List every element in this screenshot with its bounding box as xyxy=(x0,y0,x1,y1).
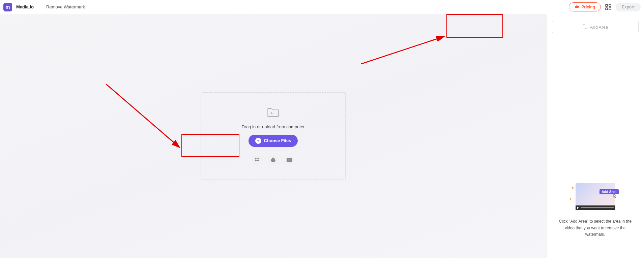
svg-rect-5 xyxy=(583,25,587,29)
svg-rect-1 xyxy=(609,4,611,6)
add-area-label: Add Area xyxy=(590,25,608,30)
main-area: Drag in or upload from computer + Choose… xyxy=(0,14,644,258)
selection-icon xyxy=(583,24,587,30)
choose-files-button[interactable]: + Choose Files xyxy=(248,135,298,147)
export-button[interactable]: Export xyxy=(616,3,641,11)
cloud-sources xyxy=(252,155,294,165)
pricing-button[interactable]: Pricing xyxy=(569,2,601,11)
svg-rect-3 xyxy=(609,8,611,10)
choose-files-label: Choose Files xyxy=(264,138,291,143)
dropbox-icon[interactable] xyxy=(252,155,262,165)
sparkle-icon: ✦ xyxy=(569,197,572,201)
brand-text: Media.io xyxy=(16,4,34,9)
sidebar-hint: Click "Add Area" to select the area in t… xyxy=(552,218,639,238)
sparkle-icon: ✦ xyxy=(571,185,575,191)
header-right: Pricing Export xyxy=(569,2,641,11)
preview-progress-bar xyxy=(576,205,615,210)
tool-name: Remove Watermark xyxy=(46,4,85,9)
header-left: m Media.io Remove Watermark xyxy=(3,3,85,11)
play-icon xyxy=(577,206,579,209)
cursor-icon xyxy=(612,193,617,200)
spacer xyxy=(552,33,639,183)
folder-upload-icon xyxy=(267,107,279,119)
separator xyxy=(40,3,40,11)
progress-line xyxy=(581,207,614,208)
google-drive-icon[interactable] xyxy=(268,155,278,165)
svg-rect-0 xyxy=(606,4,608,6)
pricing-label: Pricing xyxy=(581,5,595,9)
crown-icon xyxy=(575,4,579,9)
plus-icon: + xyxy=(255,138,261,144)
header: m Media.io Remove Watermark Pricing Expo… xyxy=(0,0,644,14)
youtube-icon[interactable] xyxy=(284,155,294,165)
svg-rect-2 xyxy=(606,8,608,10)
add-area-button[interactable]: Add Area xyxy=(552,21,639,33)
logo[interactable]: m xyxy=(3,3,12,11)
preview-block: ✦ ✦ Add Area Click "Add Area" to select … xyxy=(552,183,639,238)
preview-illustration: ✦ ✦ Add Area xyxy=(576,183,615,210)
apps-icon[interactable] xyxy=(605,4,612,10)
sidebar: Add Area ✦ ✦ Add Area Click "Add Area" t… xyxy=(546,14,644,258)
upload-dropzone[interactable]: Drag in or upload from computer + Choose… xyxy=(201,92,346,180)
canvas: Drag in or upload from computer + Choose… xyxy=(0,14,546,258)
upload-hint: Drag in or upload from computer xyxy=(241,124,304,129)
